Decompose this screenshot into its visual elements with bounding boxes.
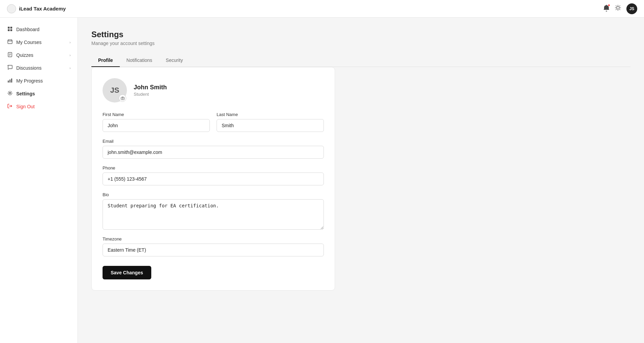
page-subtitle: Manage your account settings bbox=[91, 41, 630, 46]
email-input[interactable] bbox=[103, 146, 324, 159]
svg-rect-13 bbox=[10, 27, 12, 29]
app-logo[interactable]: 🦅 iLead Tax Academy bbox=[7, 4, 66, 14]
sidebar-item-discussions[interactable]: Discussions › bbox=[0, 62, 77, 74]
profile-full-name: John Smith bbox=[134, 84, 167, 91]
quizzes-icon bbox=[7, 52, 13, 58]
svg-rect-12 bbox=[8, 27, 10, 29]
topnav-actions: JS bbox=[603, 3, 637, 14]
sidebar-item-quizzes[interactable]: Quizzes › bbox=[0, 49, 77, 62]
settings-tabs: Profile Notifications Security bbox=[91, 54, 630, 67]
svg-line-10 bbox=[616, 9, 616, 10]
sidebar-label-quizzes: Quizzes bbox=[16, 52, 34, 58]
sidebar-label-discussions: Discussions bbox=[16, 65, 42, 71]
user-avatar-topnav[interactable]: JS bbox=[626, 3, 637, 14]
page-title: Settings bbox=[91, 30, 630, 39]
email-group: Email bbox=[103, 139, 324, 159]
camera-icon bbox=[121, 96, 125, 100]
svg-line-11 bbox=[620, 6, 620, 6]
profile-header: JS John Smith Student bbox=[103, 78, 324, 102]
sidebar-item-sign-out[interactable]: Sign Out bbox=[0, 100, 77, 113]
sidebar-label-dashboard: Dashboard bbox=[16, 27, 40, 32]
sidebar: Dashboard My Courses › Quizzes › Discuss… bbox=[0, 18, 78, 343]
tab-security[interactable]: Security bbox=[159, 54, 190, 67]
profile-info: John Smith Student bbox=[134, 84, 167, 97]
notifications-bell[interactable] bbox=[603, 5, 609, 13]
sidebar-item-my-courses[interactable]: My Courses › bbox=[0, 36, 77, 49]
profile-card: JS John Smith Student bbox=[91, 67, 335, 291]
sign-out-icon bbox=[7, 104, 13, 110]
svg-point-30 bbox=[122, 98, 123, 99]
profile-role: Student bbox=[134, 92, 167, 97]
svg-line-9 bbox=[620, 9, 620, 10]
sidebar-label-my-courses: My Courses bbox=[16, 40, 42, 45]
name-row: First Name Last Name bbox=[103, 112, 324, 132]
sidebar-label-sign-out: Sign Out bbox=[16, 104, 35, 109]
phone-input[interactable] bbox=[103, 173, 324, 185]
courses-icon bbox=[7, 39, 13, 45]
phone-label: Phone bbox=[103, 165, 324, 170]
theme-toggle[interactable] bbox=[615, 5, 621, 13]
svg-point-0 bbox=[7, 4, 16, 13]
sun-icon bbox=[615, 5, 621, 11]
change-avatar-button[interactable] bbox=[119, 94, 126, 102]
phone-group: Phone bbox=[103, 165, 324, 185]
bio-group: Bio Student preparing for EA certificati… bbox=[103, 192, 324, 230]
dashboard-icon bbox=[7, 26, 13, 32]
timezone-select[interactable]: Eastern Time (ET) Central Time (CT) Moun… bbox=[103, 244, 324, 256]
app-name: iLead Tax Academy bbox=[19, 6, 66, 12]
sidebar-item-my-progress[interactable]: My Progress bbox=[0, 74, 77, 87]
chevron-right-icon: › bbox=[69, 66, 71, 70]
last-name-group: Last Name bbox=[217, 112, 324, 132]
settings-icon bbox=[7, 91, 13, 97]
svg-point-2 bbox=[606, 10, 607, 12]
chevron-right-icon: › bbox=[69, 40, 71, 44]
svg-rect-15 bbox=[10, 29, 12, 31]
timezone-label: Timezone bbox=[103, 236, 324, 242]
sidebar-item-dashboard[interactable]: Dashboard bbox=[0, 23, 77, 36]
avatar-wrapper: JS bbox=[103, 78, 127, 102]
discussions-icon bbox=[7, 65, 13, 71]
svg-rect-14 bbox=[8, 29, 10, 31]
svg-rect-26 bbox=[11, 78, 12, 83]
svg-point-27 bbox=[9, 92, 11, 94]
notification-dot bbox=[608, 4, 610, 6]
sidebar-item-settings[interactable]: Settings bbox=[0, 87, 77, 100]
email-label: Email bbox=[103, 139, 324, 144]
last-name-label: Last Name bbox=[217, 112, 324, 117]
main-layout: Dashboard My Courses › Quizzes › Discuss… bbox=[0, 18, 644, 343]
timezone-group: Timezone Eastern Time (ET) Central Time … bbox=[103, 236, 324, 256]
main-content: Settings Manage your account settings Pr… bbox=[78, 18, 644, 343]
bio-label: Bio bbox=[103, 192, 324, 197]
tab-profile[interactable]: Profile bbox=[91, 54, 120, 67]
logo-icon: 🦅 bbox=[7, 4, 16, 14]
progress-icon bbox=[7, 78, 13, 84]
sidebar-label-my-progress: My Progress bbox=[16, 78, 43, 84]
save-changes-button[interactable]: Save Changes bbox=[103, 266, 151, 279]
svg-point-3 bbox=[617, 6, 619, 9]
sidebar-label-settings: Settings bbox=[16, 91, 35, 96]
svg-rect-24 bbox=[8, 81, 9, 83]
first-name-input[interactable] bbox=[103, 119, 210, 132]
tab-notifications[interactable]: Notifications bbox=[120, 54, 159, 67]
svg-line-8 bbox=[616, 6, 616, 6]
first-name-group: First Name bbox=[103, 112, 210, 132]
first-name-label: First Name bbox=[103, 112, 210, 117]
last-name-input[interactable] bbox=[217, 119, 324, 132]
svg-rect-25 bbox=[9, 79, 10, 83]
svg-rect-16 bbox=[8, 40, 12, 44]
chevron-right-icon: › bbox=[69, 53, 71, 57]
bio-textarea[interactable]: Student preparing for EA certification. bbox=[103, 199, 324, 230]
topnav: 🦅 iLead Tax Academy JS bbox=[0, 0, 644, 18]
